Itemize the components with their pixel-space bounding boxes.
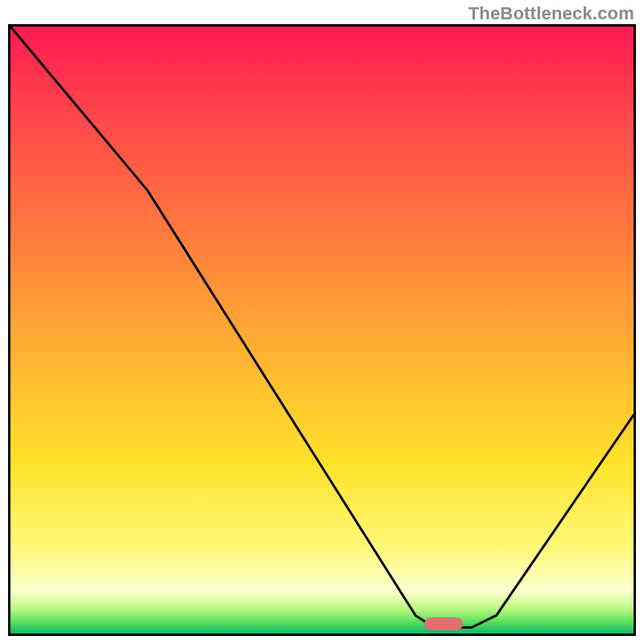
bottleneck-curve xyxy=(10,27,634,634)
chart-frame xyxy=(8,24,636,636)
optimum-marker xyxy=(424,617,463,630)
attribution-text: TheBottleneck.com xyxy=(469,3,634,24)
